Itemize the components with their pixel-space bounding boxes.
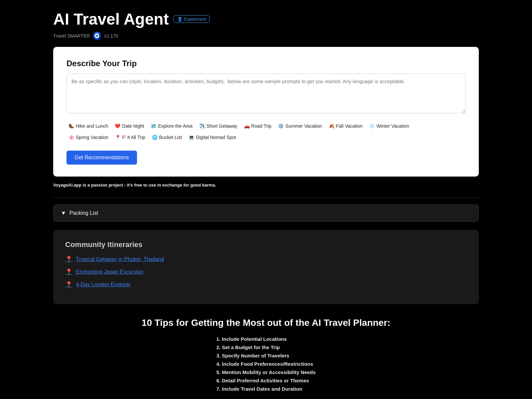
main-card: Describe Your Trip 🥾 Hike and Lunch ❤️ D… [53,47,479,177]
tip-7: 7. Include Travel Dates and Duration [216,386,316,392]
community-link-1-text: Tropical Getaway in Phuket, Thailand [76,256,164,262]
community-title: Community Itineraries [65,240,467,249]
chevron-down-icon: ▼ [61,210,66,216]
community-link-1[interactable]: 📍 Tropical Getaway in Phuket, Thailand [65,256,467,263]
page-wrapper: AI Travel Agent 👤 Experiment Travel SMAR… [0,0,532,399]
subtitle-text: Travel SMARTER [53,33,90,39]
prompt-chips-row-1: 🥾 Hike and Lunch ❤️ Date Night 🗺️ Explor… [66,122,466,130]
title-row: AI Travel Agent 👤 Experiment [53,10,479,28]
packing-list-label: Packing List [69,210,98,216]
chip-short-getaway[interactable]: ✈️ Short Getaway [197,122,239,130]
tip-5: 5. Mention Mobility or Accessibility Nee… [216,369,316,375]
tips-list: 1. Include Potential Locations 2. Set a … [216,336,316,394]
chip-digital-nomad-spot[interactable]: 💻 Digital Nomad Spot [187,133,238,141]
chip-fall-vacation[interactable]: 🍂 Fall Vacation [327,122,365,130]
tip-1: 1. Include Potential Locations [216,336,316,342]
community-section: Community Itineraries 📍 Tropical Getaway… [53,230,479,304]
subtitle-emoji: 🧿 [92,32,101,40]
experiment-badge-icon: 👤 [177,17,183,22]
get-recommendations-button[interactable]: Get Recommendations [66,151,137,165]
chip-explore-the-area[interactable]: 🗺️ Explore the Area [149,122,195,130]
card-title: Describe Your Trip [66,59,466,68]
pin-icon-3: 📍 [65,281,72,288]
chip-bucket-list[interactable]: 🌐 Bucket List [150,133,184,141]
subtitle-row: Travel SMARTER 🧿 v1.170 [53,32,479,40]
tips-section: 10 Tips for Getting the Most out of the … [53,318,479,394]
prompt-chips-row-2: 🌸 Spring Vacation 📍 F' It All Trip 🌐 Buc… [66,133,466,141]
karma-message: is a passion project - it's free to use … [81,183,216,188]
pin-icon-1: 📍 [65,256,72,263]
header-section: AI Travel Agent 👤 Experiment Travel SMAR… [53,10,479,40]
chip-road-trip[interactable]: 🚗 Road Trip [242,122,274,130]
chip-hike-and-lunch[interactable]: 🥾 Hike and Lunch [66,122,110,130]
chip-summer-vacation[interactable]: ⚙️ Summer Vacation [276,122,324,130]
trip-description-input[interactable] [66,73,466,113]
community-link-2-text: Enchanting Japan Excursion [76,269,143,275]
main-title: AI Travel Agent [53,10,169,28]
chip-spring-vacation[interactable]: 🌸 Spring Vacation [66,133,110,141]
pin-icon-2: 📍 [65,268,72,276]
chip-date-night[interactable]: ❤️ Date Night [113,122,146,130]
tip-6: 6. Detail Preferred Activities or Themes [216,378,316,383]
tips-title: 10 Tips for Getting the Most out of the … [120,318,412,328]
packing-list-accordion[interactable]: ▼ Packing List [53,204,479,222]
divider [53,198,479,198]
chip-f-it-all-trip[interactable]: 📍 F' It All Trip [113,133,147,141]
chip-winter-vacation[interactable]: ❄️ Winter Vacation [367,122,411,130]
community-link-3-text: 4-Day London Explorer [76,282,131,288]
brand-name: VoyageAI.app [53,183,81,188]
karma-text: VoyageAI.app is a passion project - it's… [53,183,479,188]
version-text: v1.170 [104,33,118,39]
community-link-3[interactable]: 📍 4-Day London Explorer [65,281,467,288]
experiment-badge: 👤 Experiment [174,15,210,23]
experiment-badge-label: Experiment [184,17,206,22]
tip-2: 2. Set a Budget for the Trip [216,344,316,350]
community-link-2[interactable]: 📍 Enchanting Japan Excursion [65,268,467,276]
tip-3: 3. Specify Number of Travelers [216,353,316,358]
tip-4: 4. Include Food Preferences/Restrictions [216,361,316,367]
